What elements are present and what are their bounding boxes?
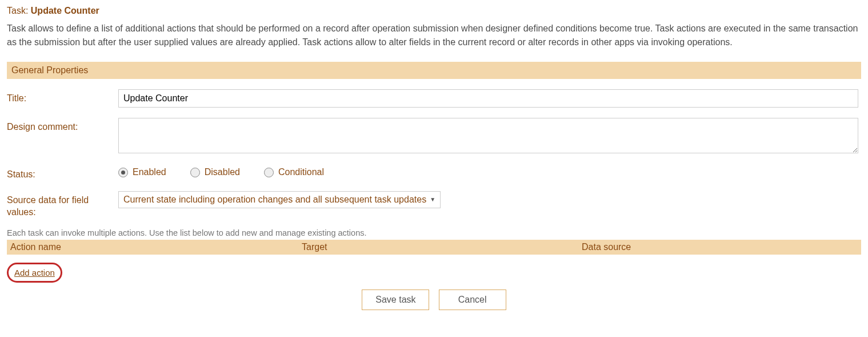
actions-table-header: Action name Target Data source — [7, 240, 861, 255]
section-general-properties: General Properties — [7, 62, 861, 79]
status-radio-enabled-label: Enabled — [133, 167, 166, 177]
label-title: Title: — [7, 89, 118, 105]
add-action-link[interactable]: Add action — [14, 268, 55, 277]
save-task-button[interactable]: Save task — [362, 290, 429, 310]
design-comment-textarea[interactable] — [118, 118, 858, 153]
status-radio-group: Enabled Disabled Conditional — [118, 165, 324, 177]
status-radio-enabled[interactable]: Enabled — [118, 167, 166, 177]
label-source-data: Source data for field values: — [7, 191, 118, 219]
chevron-down-icon: ▼ — [430, 196, 435, 203]
title-input[interactable] — [118, 89, 858, 108]
task-header: Task: Update Counter — [7, 6, 861, 16]
actions-col-target: Target — [302, 242, 582, 252]
actions-col-name: Action name — [10, 242, 302, 252]
task-header-prefix: Task: — [7, 6, 31, 15]
label-design-comment: Design comment: — [7, 118, 118, 133]
actions-col-source: Data source — [582, 242, 858, 252]
status-radio-conditional[interactable]: Conditional — [264, 167, 324, 177]
actions-hint: Each task can invoke multiple actions. U… — [7, 228, 861, 237]
radio-icon — [118, 168, 128, 177]
cancel-button[interactable]: Cancel — [439, 290, 506, 310]
status-radio-disabled[interactable]: Disabled — [190, 167, 240, 177]
status-radio-disabled-label: Disabled — [205, 167, 240, 177]
source-data-select-value: Current state including operation change… — [123, 195, 426, 205]
radio-icon — [190, 168, 200, 177]
task-description: Task allows to define a list of addition… — [7, 22, 861, 49]
status-radio-conditional-label: Conditional — [278, 167, 324, 177]
label-status: Status: — [7, 165, 118, 181]
annotation-highlight: Add action — [7, 263, 62, 283]
source-data-select[interactable]: Current state including operation change… — [118, 191, 441, 208]
task-header-name: Update Counter — [31, 6, 99, 15]
radio-icon — [264, 168, 274, 177]
